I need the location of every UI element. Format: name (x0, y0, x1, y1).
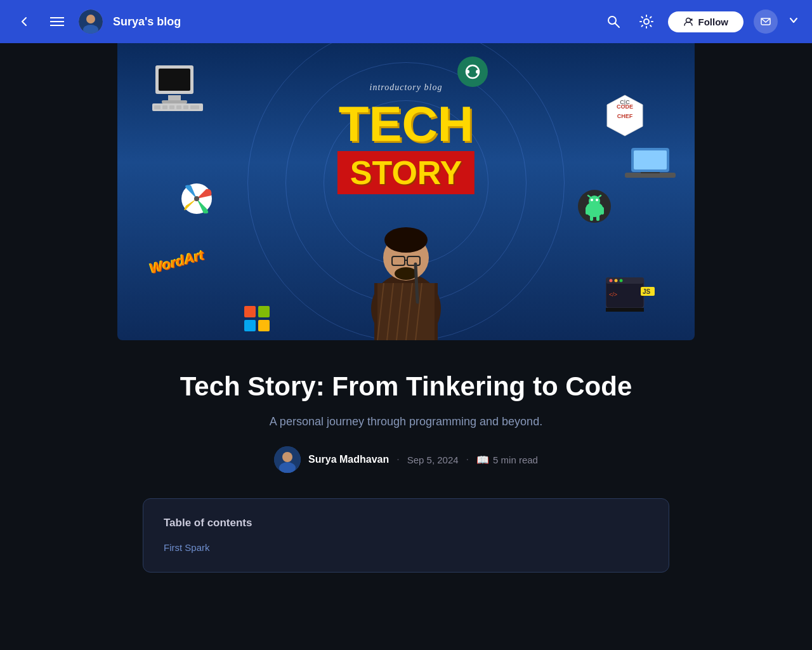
svg-rect-26 (176, 105, 181, 109)
back-button[interactable] (13, 10, 36, 33)
svg-rect-60 (606, 308, 644, 312)
svg-text:CHEF: CHEF (617, 113, 633, 119)
windows-logo-icon (244, 306, 270, 334)
svg-point-29 (457, 56, 488, 87)
hero-tech-word: TECH (337, 99, 475, 149)
webdev-icon: </> JS (606, 277, 657, 321)
table-of-contents: Table of contents First Spark (143, 498, 669, 573)
svg-point-32 (476, 70, 480, 74)
article-subtitle: A personal journey through programming a… (143, 415, 669, 428)
svg-line-4 (615, 23, 619, 28)
article-content: Tech Story: From Tinkering to Code A per… (117, 371, 695, 573)
author-separator-2: · (466, 454, 469, 465)
author-person-image (355, 201, 457, 340)
svg-rect-63 (244, 306, 256, 317)
codechef-icon: CODE CHEF C|C (606, 94, 644, 140)
svg-rect-39 (625, 173, 676, 178)
svg-rect-65 (244, 320, 256, 331)
svg-rect-20 (168, 95, 181, 100)
svg-point-55 (615, 279, 618, 282)
hero-story-word: STORY (350, 154, 462, 191)
svg-rect-28 (190, 105, 199, 109)
svg-point-31 (466, 70, 469, 74)
follow-label: Follow (698, 17, 729, 27)
svg-rect-27 (183, 105, 188, 109)
navbar: Surya's blog (0, 0, 812, 43)
svg-text:</>: </> (609, 291, 617, 298)
article-title: Tech Story: From Tinkering to Code (143, 371, 669, 402)
svg-rect-51 (596, 215, 599, 221)
svg-line-12 (650, 17, 652, 18)
svg-rect-40 (641, 172, 660, 173)
laptop-icon (625, 145, 676, 185)
wordart-text: WordArt (148, 247, 206, 277)
menu-button[interactable] (46, 10, 69, 33)
android-icon (577, 189, 612, 227)
read-time-info: 📖 5 min read (476, 454, 538, 466)
svg-point-83 (282, 452, 292, 462)
hero-title-block: TECH STORY (337, 99, 475, 194)
svg-rect-69 (377, 283, 435, 340)
search-button[interactable] (602, 10, 625, 33)
old-computer-icon (149, 62, 206, 116)
hero-image: introductory blog TECH STORY (117, 43, 695, 340)
svg-rect-25 (169, 105, 174, 109)
svg-point-45 (596, 199, 598, 201)
follow-button[interactable]: Follow (668, 11, 744, 32)
book-icon: 📖 (476, 454, 489, 466)
svg-rect-38 (634, 150, 667, 169)
svg-rect-19 (159, 69, 190, 91)
nav-right: Follow (602, 10, 800, 34)
pinwheel-icon (181, 183, 213, 217)
svg-line-81 (416, 264, 417, 302)
svg-rect-48 (586, 207, 589, 215)
svg-point-62 (194, 196, 199, 201)
toc-title: Table of contents (164, 517, 648, 529)
svg-rect-50 (590, 215, 593, 221)
svg-point-76 (384, 227, 428, 253)
svg-point-5 (644, 19, 649, 24)
author-row: Surya Madhavan · Sep 5, 2024 · 📖 5 min r… (143, 446, 669, 473)
svg-text:JS: JS (643, 288, 651, 295)
svg-point-56 (620, 279, 623, 282)
author-name: Surya Madhavan (308, 454, 389, 465)
svg-line-11 (650, 25, 652, 27)
svg-rect-66 (258, 320, 270, 331)
read-time: 5 min read (493, 454, 538, 465)
svg-rect-24 (162, 105, 167, 109)
nav-left: Surya's blog (13, 10, 181, 34)
toc-item-first-spark[interactable]: First Spark (164, 541, 648, 554)
hero-container: introductory blog TECH STORY (117, 43, 695, 340)
author-separator: · (396, 454, 399, 465)
svg-point-54 (610, 279, 613, 282)
author-avatar (274, 446, 301, 473)
svg-line-10 (641, 17, 643, 18)
svg-point-1 (86, 15, 95, 23)
circle-logo-icon (457, 56, 488, 90)
svg-text:C|C: C|C (620, 99, 630, 105)
author-date: Sep 5, 2024 (407, 454, 459, 465)
blog-avatar (79, 10, 103, 34)
svg-rect-23 (154, 105, 160, 109)
blog-title: Surya's blog (113, 15, 181, 29)
nav-chevron-icon[interactable] (788, 15, 799, 29)
hero-story-band: STORY (337, 151, 475, 194)
svg-point-80 (395, 267, 417, 280)
hero-intro-text: introductory blog (370, 83, 443, 93)
wordart-icon: WordArt (148, 247, 206, 277)
hamburger-icon (50, 17, 64, 26)
svg-rect-21 (162, 100, 187, 103)
theme-toggle-button[interactable] (635, 10, 658, 33)
svg-rect-64 (258, 306, 270, 317)
mail-button[interactable] (754, 10, 778, 34)
svg-point-44 (591, 199, 593, 201)
svg-line-13 (641, 25, 643, 27)
svg-rect-49 (601, 207, 604, 215)
